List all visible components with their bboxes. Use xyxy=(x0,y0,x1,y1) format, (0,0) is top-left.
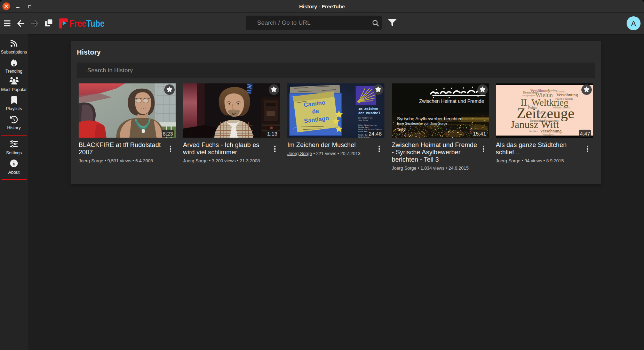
svg-text:Jörg Sorge: Jörg Sorge xyxy=(358,120,368,121)
svg-text:Polen Frieden: Polen Frieden xyxy=(555,97,573,100)
svg-text:Polen: Polen xyxy=(528,105,537,109)
svg-text:Zwischen Heimat und Fremde: Zwischen Heimat und Fremde xyxy=(419,98,484,104)
svg-text:Teil 3: Teil 3 xyxy=(397,128,406,131)
svg-text:Krieg: Krieg xyxy=(538,112,543,114)
svg-text:Syrische Asylbewerber berichte: Syrische Asylbewerber berichten xyxy=(397,116,463,121)
svg-text:Ein Feature von: Ein Feature von xyxy=(358,117,373,119)
svg-text:Monika Kant,: Monika Kant, xyxy=(358,127,369,128)
svg-text:Versöhnung: Versöhnung xyxy=(556,92,578,97)
svg-text:Faschismus: Faschismus xyxy=(544,119,559,122)
svg-text:Deutschland: Deutschland xyxy=(530,119,546,122)
svg-text:Unter Mitwirkung von: Unter Mitwirkung von xyxy=(358,124,377,126)
svg-text:Im Zeichen: Im Zeichen xyxy=(358,107,378,111)
svg-text:der Muschel: der Muschel xyxy=(358,111,380,115)
svg-text:Kriegsbeginn: Kriegsbeginn xyxy=(522,94,535,97)
svg-text:Bomben: Bomben xyxy=(528,130,538,133)
svg-text:de: de xyxy=(312,108,319,115)
svg-text:Wroclaw: Wroclaw xyxy=(542,133,554,136)
svg-text:Faschismus: Faschismus xyxy=(559,106,571,109)
svg-text:Deutschland: Deutschland xyxy=(523,91,539,94)
svg-text:Frieden: Frieden xyxy=(548,89,556,92)
svg-text:Eine Sendereihe von Jörg Sorge: Eine Sendereihe von Jörg Sorge xyxy=(397,122,447,125)
svg-text:Jörg Sorge: Jörg Sorge xyxy=(543,123,552,125)
